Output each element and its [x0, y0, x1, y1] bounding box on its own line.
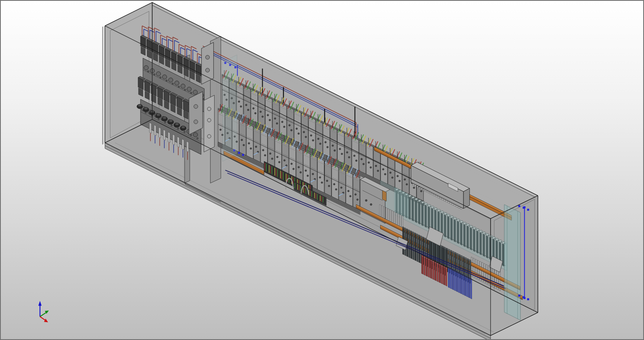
3d-model-view[interactable]	[1, 1, 643, 339]
orientation-triad-icon	[38, 301, 49, 322]
cad-viewport[interactable]	[0, 0, 644, 340]
